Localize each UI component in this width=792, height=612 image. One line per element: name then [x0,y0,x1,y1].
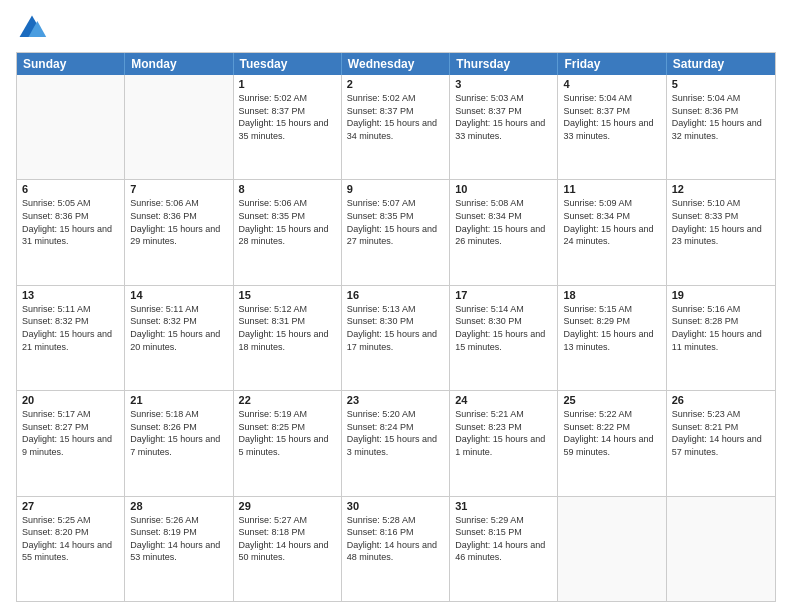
day-number: 28 [130,500,227,512]
calendar-cell: 22Sunrise: 5:19 AMSunset: 8:25 PMDayligh… [234,391,342,495]
calendar-cell: 28Sunrise: 5:26 AMSunset: 8:19 PMDayligh… [125,497,233,601]
day-number: 8 [239,183,336,195]
cell-info: Sunrise: 5:13 AMSunset: 8:30 PMDaylight:… [347,303,444,353]
header [16,12,776,44]
day-number: 16 [347,289,444,301]
cell-info: Sunrise: 5:11 AMSunset: 8:32 PMDaylight:… [130,303,227,353]
calendar-cell: 26Sunrise: 5:23 AMSunset: 8:21 PMDayligh… [667,391,775,495]
cell-info: Sunrise: 5:20 AMSunset: 8:24 PMDaylight:… [347,408,444,458]
calendar-cell [125,75,233,179]
calendar-cell: 13Sunrise: 5:11 AMSunset: 8:32 PMDayligh… [17,286,125,390]
day-number: 21 [130,394,227,406]
calendar-cell: 30Sunrise: 5:28 AMSunset: 8:16 PMDayligh… [342,497,450,601]
day-number: 26 [672,394,770,406]
calendar-cell: 18Sunrise: 5:15 AMSunset: 8:29 PMDayligh… [558,286,666,390]
logo [16,12,52,44]
day-number: 1 [239,78,336,90]
calendar-row: 1Sunrise: 5:02 AMSunset: 8:37 PMDaylight… [17,75,775,179]
day-number: 2 [347,78,444,90]
day-number: 23 [347,394,444,406]
weekday-header: Monday [125,53,233,75]
cell-info: Sunrise: 5:03 AMSunset: 8:37 PMDaylight:… [455,92,552,142]
calendar-cell: 31Sunrise: 5:29 AMSunset: 8:15 PMDayligh… [450,497,558,601]
cell-info: Sunrise: 5:22 AMSunset: 8:22 PMDaylight:… [563,408,660,458]
calendar-row: 6Sunrise: 5:05 AMSunset: 8:36 PMDaylight… [17,179,775,284]
calendar-cell: 16Sunrise: 5:13 AMSunset: 8:30 PMDayligh… [342,286,450,390]
cell-info: Sunrise: 5:11 AMSunset: 8:32 PMDaylight:… [22,303,119,353]
calendar-cell: 3Sunrise: 5:03 AMSunset: 8:37 PMDaylight… [450,75,558,179]
calendar-cell: 4Sunrise: 5:04 AMSunset: 8:37 PMDaylight… [558,75,666,179]
cell-info: Sunrise: 5:08 AMSunset: 8:34 PMDaylight:… [455,197,552,247]
cell-info: Sunrise: 5:17 AMSunset: 8:27 PMDaylight:… [22,408,119,458]
day-number: 6 [22,183,119,195]
calendar-row: 13Sunrise: 5:11 AMSunset: 8:32 PMDayligh… [17,285,775,390]
calendar-cell: 25Sunrise: 5:22 AMSunset: 8:22 PMDayligh… [558,391,666,495]
cell-info: Sunrise: 5:28 AMSunset: 8:16 PMDaylight:… [347,514,444,564]
page: SundayMondayTuesdayWednesdayThursdayFrid… [0,0,792,612]
day-number: 24 [455,394,552,406]
day-number: 12 [672,183,770,195]
calendar-cell: 17Sunrise: 5:14 AMSunset: 8:30 PMDayligh… [450,286,558,390]
day-number: 20 [22,394,119,406]
calendar-row: 20Sunrise: 5:17 AMSunset: 8:27 PMDayligh… [17,390,775,495]
calendar-cell [558,497,666,601]
calendar-cell [667,497,775,601]
day-number: 4 [563,78,660,90]
calendar-cell: 14Sunrise: 5:11 AMSunset: 8:32 PMDayligh… [125,286,233,390]
day-number: 19 [672,289,770,301]
day-number: 22 [239,394,336,406]
cell-info: Sunrise: 5:14 AMSunset: 8:30 PMDaylight:… [455,303,552,353]
cell-info: Sunrise: 5:25 AMSunset: 8:20 PMDaylight:… [22,514,119,564]
calendar-cell: 6Sunrise: 5:05 AMSunset: 8:36 PMDaylight… [17,180,125,284]
calendar-body: 1Sunrise: 5:02 AMSunset: 8:37 PMDaylight… [17,75,775,601]
day-number: 27 [22,500,119,512]
calendar-header: SundayMondayTuesdayWednesdayThursdayFrid… [17,53,775,75]
day-number: 10 [455,183,552,195]
day-number: 13 [22,289,119,301]
cell-info: Sunrise: 5:10 AMSunset: 8:33 PMDaylight:… [672,197,770,247]
day-number: 25 [563,394,660,406]
calendar-cell: 23Sunrise: 5:20 AMSunset: 8:24 PMDayligh… [342,391,450,495]
weekday-header: Wednesday [342,53,450,75]
day-number: 15 [239,289,336,301]
calendar-cell [17,75,125,179]
cell-info: Sunrise: 5:21 AMSunset: 8:23 PMDaylight:… [455,408,552,458]
day-number: 11 [563,183,660,195]
cell-info: Sunrise: 5:26 AMSunset: 8:19 PMDaylight:… [130,514,227,564]
calendar-row: 27Sunrise: 5:25 AMSunset: 8:20 PMDayligh… [17,496,775,601]
calendar-cell: 11Sunrise: 5:09 AMSunset: 8:34 PMDayligh… [558,180,666,284]
cell-info: Sunrise: 5:09 AMSunset: 8:34 PMDaylight:… [563,197,660,247]
day-number: 31 [455,500,552,512]
calendar-cell: 7Sunrise: 5:06 AMSunset: 8:36 PMDaylight… [125,180,233,284]
day-number: 17 [455,289,552,301]
day-number: 30 [347,500,444,512]
calendar-cell: 8Sunrise: 5:06 AMSunset: 8:35 PMDaylight… [234,180,342,284]
calendar-cell: 9Sunrise: 5:07 AMSunset: 8:35 PMDaylight… [342,180,450,284]
day-number: 18 [563,289,660,301]
cell-info: Sunrise: 5:15 AMSunset: 8:29 PMDaylight:… [563,303,660,353]
weekday-header: Thursday [450,53,558,75]
cell-info: Sunrise: 5:23 AMSunset: 8:21 PMDaylight:… [672,408,770,458]
cell-info: Sunrise: 5:19 AMSunset: 8:25 PMDaylight:… [239,408,336,458]
cell-info: Sunrise: 5:12 AMSunset: 8:31 PMDaylight:… [239,303,336,353]
cell-info: Sunrise: 5:27 AMSunset: 8:18 PMDaylight:… [239,514,336,564]
calendar: SundayMondayTuesdayWednesdayThursdayFrid… [16,52,776,602]
weekday-header: Friday [558,53,666,75]
cell-info: Sunrise: 5:05 AMSunset: 8:36 PMDaylight:… [22,197,119,247]
weekday-header: Saturday [667,53,775,75]
weekday-header: Sunday [17,53,125,75]
calendar-cell: 24Sunrise: 5:21 AMSunset: 8:23 PMDayligh… [450,391,558,495]
day-number: 29 [239,500,336,512]
calendar-cell: 21Sunrise: 5:18 AMSunset: 8:26 PMDayligh… [125,391,233,495]
calendar-cell: 12Sunrise: 5:10 AMSunset: 8:33 PMDayligh… [667,180,775,284]
cell-info: Sunrise: 5:06 AMSunset: 8:36 PMDaylight:… [130,197,227,247]
weekday-header: Tuesday [234,53,342,75]
calendar-cell: 2Sunrise: 5:02 AMSunset: 8:37 PMDaylight… [342,75,450,179]
day-number: 14 [130,289,227,301]
logo-icon [16,12,48,44]
calendar-cell: 10Sunrise: 5:08 AMSunset: 8:34 PMDayligh… [450,180,558,284]
cell-info: Sunrise: 5:02 AMSunset: 8:37 PMDaylight:… [239,92,336,142]
cell-info: Sunrise: 5:04 AMSunset: 8:36 PMDaylight:… [672,92,770,142]
calendar-cell: 1Sunrise: 5:02 AMSunset: 8:37 PMDaylight… [234,75,342,179]
day-number: 7 [130,183,227,195]
